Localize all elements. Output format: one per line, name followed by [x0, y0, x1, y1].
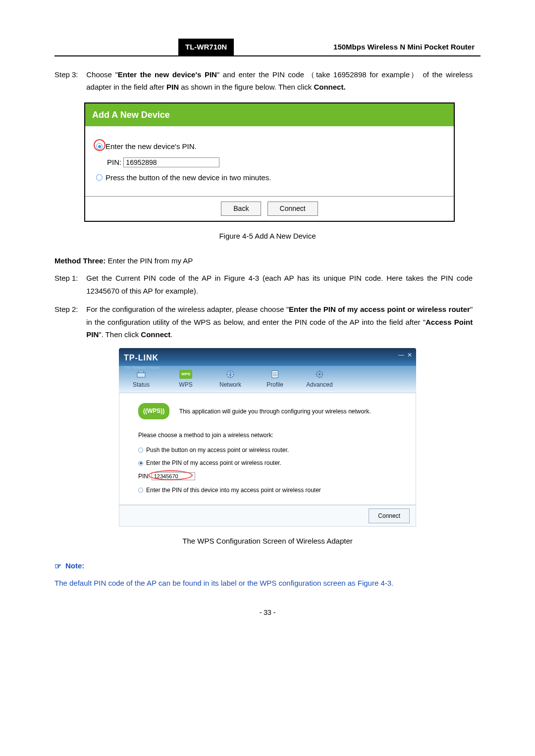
wps-main-panel: ((WPS)) This application will guide you … [119, 393, 416, 504]
step-3: Step 3: Choose "Enter the new device's P… [54, 68, 481, 94]
wps-opt-enter-pin-device[interactable]: Enter the PIN of this device into my acc… [138, 485, 407, 495]
text-bold: Enter the new device's PIN [118, 70, 217, 79]
wps-opt-enter-pin-ap[interactable]: Enter the PIN of my access point or wire… [138, 458, 407, 468]
m3-step-2-label: Step 2: [54, 303, 78, 316]
radio-label: Press the button of the new device in tw… [106, 171, 271, 184]
wps-window-titlebar: — ✕ TP-LINK The Reliable Choice [119, 348, 416, 366]
pin-input[interactable] [123, 157, 219, 167]
figure-button-row: Back Connect [85, 196, 454, 221]
method-three-text: Enter the PIN from my AP [106, 256, 193, 265]
radio-icon [138, 461, 143, 466]
tplink-logo: TP-LINK [124, 351, 411, 364]
wps-utility-window: — ✕ TP-LINK The Reliable Choice Status W… [119, 348, 416, 527]
text: Choose " [86, 70, 118, 79]
text: as shown in the figure below. Then click [179, 83, 314, 91]
radio-label: Enter the new device's PIN. [106, 140, 197, 153]
svg-rect-0 [137, 373, 145, 377]
close-icon[interactable]: ✕ [407, 350, 412, 360]
text: . [170, 330, 172, 339]
radio-label: Enter the PIN of this device into my acc… [146, 485, 321, 495]
pointing-hand-icon: ☞ [54, 559, 61, 573]
text-bold: PIN [166, 83, 179, 91]
text: For the configuration of the wireless ad… [86, 305, 289, 313]
tab-profile[interactable]: Profile [253, 369, 297, 393]
product-subtitle: 150Mbps Wireless N Mini Pocket Router [234, 39, 481, 55]
wps-connect-button[interactable]: Connect [369, 508, 410, 523]
text: ". Then click [99, 330, 141, 339]
tab-network[interactable]: Network [208, 369, 253, 393]
radio-icon [138, 488, 143, 493]
svg-point-8 [319, 373, 321, 375]
wps-pin-row: PIN: [138, 471, 407, 481]
m3-step-1-label: Step 1: [54, 272, 78, 285]
step-3-body: Choose "Enter the new device's PIN" and … [86, 68, 473, 94]
red-circle-highlight [94, 139, 106, 151]
figure-add-device: Add A New Device Enter the new device's … [84, 102, 455, 222]
m3-step-2: Step 2: For the configuration of the wir… [54, 303, 481, 341]
text-bold: Connect. [314, 83, 345, 91]
back-button[interactable]: Back [221, 202, 261, 216]
figure-1-caption: Figure 4-5 Add A New Device [54, 230, 481, 243]
note-body: The default PIN code of the AP can be fo… [54, 577, 481, 590]
note-heading: ☞ Note: [54, 559, 481, 573]
tab-label: Status [119, 380, 163, 390]
tab-label: WPS [163, 380, 208, 390]
figure-body: Enter the new device's PIN. PIN: Press t… [85, 126, 454, 196]
radio-enter-pin[interactable]: Enter the new device's PIN. [96, 140, 443, 153]
tab-advanced[interactable]: Advanced [297, 369, 342, 393]
tab-wps[interactable]: WPS WPS [163, 369, 208, 393]
wps-guide-text: This application will guide you through … [179, 406, 371, 416]
text-bold: Enter the PIN of my access point or wire… [289, 305, 470, 313]
text-bold: Connect [141, 330, 170, 339]
wps-guide-row: ((WPS)) This application will guide you … [138, 403, 407, 419]
note-heading-text: Note: [65, 559, 84, 572]
wps-options: Please choose a method to join a wireles… [138, 430, 407, 496]
tab-label: Network [208, 380, 253, 390]
step-3-label: Step 3: [54, 68, 78, 81]
wps-opt-push-button[interactable]: Push the button on my access point or wi… [138, 445, 407, 455]
window-controls: — ✕ [398, 350, 412, 360]
m3-step-1-body: Get the Current PIN code of the AP in Fi… [86, 272, 473, 297]
pin-row: PIN: [107, 156, 443, 169]
minimize-icon[interactable]: — [398, 350, 404, 360]
model-label: TL-WR710N [178, 39, 234, 55]
radio-label: Enter the PIN of my access point or wire… [146, 458, 281, 468]
tplink-tagline: The Reliable Choice [124, 364, 411, 371]
method-three-heading: Method Three: Enter the PIN from my AP [54, 254, 481, 267]
radio-press-button[interactable]: Press the button of the new device in tw… [96, 171, 443, 184]
wps-badge-icon: ((WPS)) [138, 403, 169, 419]
tab-label: Profile [253, 380, 297, 390]
page-header: TL-WR710N 150Mbps Wireless N Mini Pocket… [54, 39, 481, 56]
red-oval-highlight [148, 470, 193, 480]
m3-step-1: Step 1: Get the Current PIN code of the … [54, 272, 481, 297]
method-three-label: Method Three: [54, 256, 106, 265]
wps-caption: The WPS Configuration Screen of Wireless… [54, 535, 481, 548]
tab-status[interactable]: Status [119, 369, 163, 393]
pin-label: PIN: [107, 158, 121, 166]
wps-prompt: Please choose a method to join a wireles… [138, 430, 407, 440]
radio-label: Push the button on my access point or wi… [146, 445, 289, 455]
radio-icon [138, 448, 143, 453]
page-number: - 33 - [54, 607, 481, 619]
wps-bottom-bar: Connect [119, 505, 416, 527]
tab-label: Advanced [297, 380, 342, 390]
connect-button[interactable]: Connect [268, 202, 318, 216]
radio-icon [96, 174, 103, 181]
figure-title: Add A New Device [85, 103, 454, 127]
m3-step-2-body: For the configuration of the wireless ad… [86, 303, 473, 341]
